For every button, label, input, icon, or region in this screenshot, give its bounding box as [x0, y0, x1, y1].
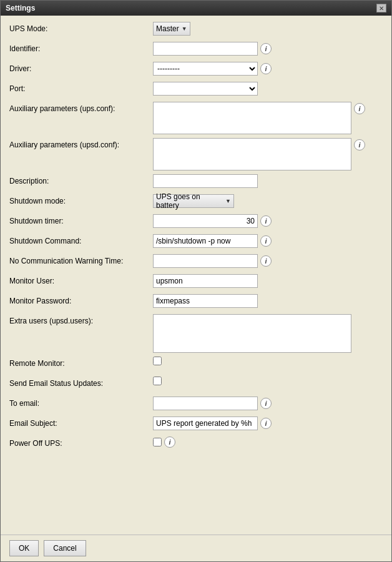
close-button[interactable]: ✕ — [376, 4, 386, 12]
monitor-password-control — [153, 294, 383, 308]
send-email-control — [153, 377, 383, 385]
no-comm-warning-label: No Communication Warning Time: — [9, 254, 153, 265]
aux-upsdconf-label: Auxiliary parameters (upsd.conf): — [9, 138, 153, 149]
send-email-row: Send Email Status Updates: — [9, 377, 383, 393]
description-row: Description: — [9, 174, 383, 190]
port-select[interactable] — [153, 82, 258, 96]
aux-upsdconf-textarea[interactable] — [153, 138, 351, 170]
monitor-user-row: Monitor User: — [9, 274, 383, 290]
shutdown-timer-info-icon[interactable]: i — [260, 215, 272, 227]
settings-content: UPS Mode: Master ▼ Identifier: i Driver:… — [1, 16, 391, 535]
driver-row: Driver: --------- i — [9, 62, 383, 78]
extra-users-row: Extra users (upsd.users): — [9, 314, 383, 353]
driver-info-icon[interactable]: i — [260, 63, 272, 74]
identifier-input[interactable] — [153, 42, 258, 56]
shutdown-mode-label: Shutdown mode: — [9, 194, 153, 205]
aux-upsconf-row: Auxiliary parameters (ups.conf): i — [9, 102, 383, 134]
monitor-user-label: Monitor User: — [9, 274, 153, 285]
to-email-control: i — [153, 397, 383, 410]
driver-control: --------- i — [153, 62, 383, 76]
to-email-info-icon[interactable]: i — [260, 398, 272, 409]
cancel-button[interactable]: Cancel — [44, 540, 86, 556]
email-subject-label: Email Subject: — [9, 417, 153, 428]
power-off-row: Power Off UPS: i — [9, 436, 383, 453]
power-off-control: i — [153, 436, 383, 448]
monitor-user-control — [153, 274, 383, 288]
shutdown-mode-arrow-icon: ▼ — [225, 198, 231, 204]
identifier-label: Identifier: — [9, 42, 153, 53]
ups-mode-arrow-icon: ▼ — [182, 26, 187, 32]
aux-upsconf-label: Auxiliary parameters (ups.conf): — [9, 102, 153, 113]
titlebar: Settings ✕ — [1, 1, 391, 16]
power-off-label: Power Off UPS: — [9, 436, 153, 448]
shutdown-command-input[interactable] — [153, 234, 258, 248]
shutdown-command-label: Shutdown Command: — [9, 234, 153, 245]
ok-button[interactable]: OK — [9, 540, 39, 556]
shutdown-timer-control: i — [153, 214, 383, 228]
identifier-info-icon[interactable]: i — [260, 43, 272, 54]
shutdown-mode-control: UPS goes on battery ▼ — [153, 194, 383, 208]
monitor-user-input[interactable] — [153, 274, 258, 288]
remote-monitor-label: Remote Monitor: — [9, 357, 153, 368]
shutdown-timer-input[interactable] — [153, 214, 258, 228]
no-comm-warning-control: i — [153, 254, 383, 268]
shutdown-mode-value: UPS goes on battery — [156, 192, 223, 210]
aux-upsdconf-info-icon[interactable]: i — [354, 139, 365, 150]
shutdown-mode-dropdown[interactable]: UPS goes on battery ▼ — [153, 194, 234, 208]
window-title: Settings — [6, 4, 35, 12]
shutdown-command-info-icon[interactable]: i — [260, 235, 272, 247]
ups-mode-dropdown[interactable]: Master ▼ — [153, 22, 190, 36]
footer: OK Cancel — [1, 535, 391, 561]
aux-upsdconf-control: i — [153, 138, 383, 170]
aux-upsdconf-row: Auxiliary parameters (upsd.conf): i — [9, 138, 383, 170]
remote-monitor-row: Remote Monitor: — [9, 357, 383, 373]
description-label: Description: — [9, 174, 153, 185]
power-off-checkbox[interactable] — [153, 438, 162, 446]
port-row: Port: — [9, 82, 383, 98]
email-subject-row: Email Subject: i — [9, 417, 383, 433]
description-control — [153, 174, 383, 188]
monitor-password-row: Monitor Password: — [9, 294, 383, 310]
remote-monitor-control — [153, 357, 383, 365]
send-email-label: Send Email Status Updates: — [9, 377, 153, 388]
send-email-checkbox[interactable] — [153, 377, 162, 385]
extra-users-label: Extra users (upsd.users): — [9, 314, 153, 325]
port-label: Port: — [9, 82, 153, 93]
to-email-label: To email: — [9, 397, 153, 408]
port-control — [153, 82, 383, 96]
driver-label: Driver: — [9, 62, 153, 73]
identifier-row: Identifier: i — [9, 42, 383, 58]
description-input[interactable] — [153, 174, 258, 188]
driver-select[interactable]: --------- — [153, 62, 258, 76]
aux-upsconf-control: i — [153, 102, 383, 134]
no-comm-warning-row: No Communication Warning Time: i — [9, 254, 383, 270]
ups-mode-row: UPS Mode: Master ▼ — [9, 22, 383, 38]
remote-monitor-checkbox[interactable] — [153, 357, 162, 365]
email-subject-info-icon[interactable]: i — [260, 418, 272, 429]
power-off-info-icon[interactable]: i — [164, 436, 175, 448]
ups-mode-label: UPS Mode: — [9, 22, 153, 33]
extra-users-control — [153, 314, 383, 353]
monitor-password-label: Monitor Password: — [9, 294, 153, 305]
no-comm-warning-input[interactable] — [153, 254, 258, 268]
to-email-input[interactable] — [153, 397, 258, 410]
shutdown-timer-label: Shutdown timer: — [9, 214, 153, 225]
email-subject-input[interactable] — [153, 417, 258, 430]
ups-mode-value: Master — [156, 24, 179, 33]
aux-upsconf-info-icon[interactable]: i — [354, 103, 365, 114]
ups-mode-control: Master ▼ — [153, 22, 383, 36]
email-subject-control: i — [153, 417, 383, 430]
extra-users-textarea[interactable] — [153, 314, 351, 353]
shutdown-timer-row: Shutdown timer: i — [9, 214, 383, 230]
shutdown-command-row: Shutdown Command: i — [9, 234, 383, 250]
no-comm-warning-info-icon[interactable]: i — [260, 255, 272, 267]
shutdown-mode-row: Shutdown mode: UPS goes on battery ▼ — [9, 194, 383, 210]
shutdown-command-control: i — [153, 234, 383, 248]
settings-window: Settings ✕ UPS Mode: Master ▼ Identifier… — [0, 0, 392, 562]
to-email-row: To email: i — [9, 397, 383, 413]
identifier-control: i — [153, 42, 383, 56]
monitor-password-input[interactable] — [153, 294, 258, 308]
aux-upsconf-textarea[interactable] — [153, 102, 351, 134]
